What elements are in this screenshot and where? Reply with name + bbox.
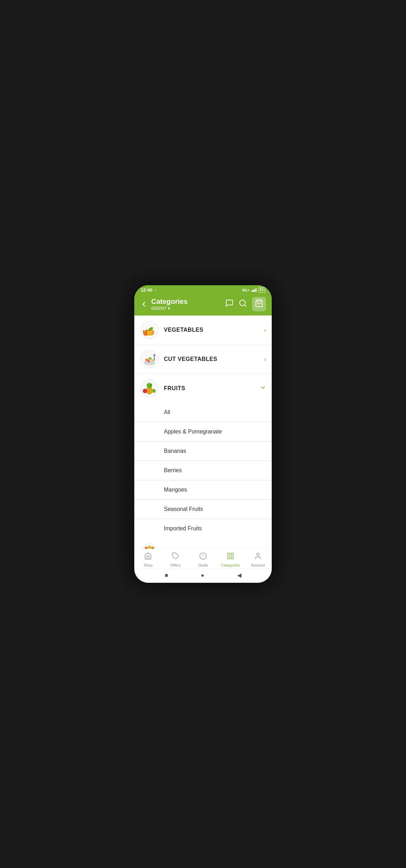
category-item-sweets-snacks[interactable]: SWEETS & SNACKS › — [134, 538, 272, 549]
shop-icon — [144, 552, 152, 562]
status-bar: 12:40 ·· 4G+ 37 — [134, 285, 272, 294]
offers-icon — [172, 552, 179, 562]
header-icons — [225, 297, 266, 311]
fruits-label: FRUITS — [164, 385, 260, 392]
subcategory-imported-fruits[interactable]: Imported Fruits — [134, 519, 272, 538]
offers-label: Offers — [170, 563, 181, 567]
nav-deals[interactable]: Deals — [189, 552, 217, 567]
subcategory-bananas[interactable]: Bananas — [134, 442, 272, 461]
fruits-chevron — [260, 385, 266, 393]
subcategory-mangoes[interactable]: Mangoes — [134, 480, 272, 500]
vegetables-chevron: › — [264, 326, 266, 334]
page-title: Categories — [151, 298, 187, 306]
shop-label: Shop — [143, 563, 153, 567]
android-home-button[interactable]: ● — [201, 572, 204, 579]
account-icon — [254, 552, 262, 562]
nav-categories[interactable]: Categories — [217, 552, 244, 567]
location-chevron: ▾ — [168, 306, 170, 311]
nav-shop[interactable]: Shop — [134, 552, 162, 567]
location-code: 600097 — [151, 306, 166, 311]
android-nav: ■ ● ◀ — [134, 569, 272, 583]
svg-rect-19 — [154, 355, 155, 356]
back-button[interactable] — [140, 300, 148, 308]
search-icon[interactable] — [239, 299, 247, 309]
bottom-nav: Shop Offers — [134, 549, 272, 569]
category-item-vegetables[interactable]: VEGETABLES › — [134, 316, 272, 345]
status-dots: ·· — [154, 287, 157, 293]
category-item-fruits[interactable]: FRUITS — [134, 374, 272, 403]
nav-offers[interactable]: Offers — [162, 552, 189, 567]
android-back-button[interactable]: ◀ — [237, 572, 241, 579]
svg-rect-52 — [228, 557, 230, 559]
svg-rect-51 — [231, 553, 233, 555]
nav-account[interactable]: Account — [244, 552, 272, 567]
status-time: 12:40 — [141, 287, 152, 293]
cut-vegetables-label: CUT VEGETABLES — [164, 356, 264, 362]
network-type: 4G+ — [242, 288, 250, 292]
fruits-subcategory-list: All Apples & Pomegranate Bananas Berries… — [134, 403, 272, 538]
cut-vegetables-icon — [140, 350, 159, 369]
vegetables-icon — [140, 320, 159, 339]
category-list: VEGETABLES › — [134, 316, 272, 549]
svg-point-54 — [257, 553, 259, 556]
fruits-icon — [140, 379, 159, 398]
svg-rect-50 — [228, 553, 230, 555]
svg-rect-32 — [145, 388, 146, 390]
categories-icon — [227, 552, 234, 562]
android-square-button[interactable]: ■ — [165, 572, 168, 579]
sweets-snacks-chevron: › — [264, 549, 266, 549]
category-item-cut-vegetables[interactable]: CUT VEGETABLES › — [134, 345, 272, 374]
subcategory-all[interactable]: All — [134, 403, 272, 422]
location-row[interactable]: 600097 ▾ — [151, 306, 187, 311]
header-title-block: Categories 600097 ▾ — [151, 298, 187, 311]
categories-label: Categories — [221, 563, 240, 567]
message-icon[interactable] — [225, 299, 234, 309]
subcategory-apples-pomegranate[interactable]: Apples & Pomegranate — [134, 422, 272, 442]
svg-point-15 — [148, 357, 152, 360]
svg-point-44 — [148, 545, 151, 549]
svg-rect-53 — [231, 557, 233, 559]
vegetables-label: VEGETABLES — [164, 327, 264, 333]
basket-icon[interactable] — [252, 297, 266, 311]
svg-rect-34 — [154, 389, 154, 390]
phone-screen: 12:40 ·· 4G+ 37 — [134, 285, 272, 583]
signal-bars — [251, 288, 257, 292]
cut-vegetables-chevron: › — [264, 356, 266, 363]
svg-line-1 — [245, 305, 246, 306]
svg-point-16 — [151, 359, 154, 361]
battery-indicator: 37 — [258, 287, 265, 293]
subcategory-berries[interactable]: Berries — [134, 461, 272, 480]
svg-point-17 — [148, 360, 150, 362]
subcategory-seasonal-fruits[interactable]: Seasonal Fruits — [134, 500, 272, 519]
sweets-snacks-icon — [140, 543, 159, 549]
phone-shell: 12:40 ·· 4G+ 37 — [134, 285, 272, 583]
deals-label: Deals — [198, 563, 208, 567]
deals-icon — [199, 552, 207, 562]
account-label: Account — [251, 563, 265, 567]
app-header: Categories 600097 ▾ — [134, 294, 272, 316]
